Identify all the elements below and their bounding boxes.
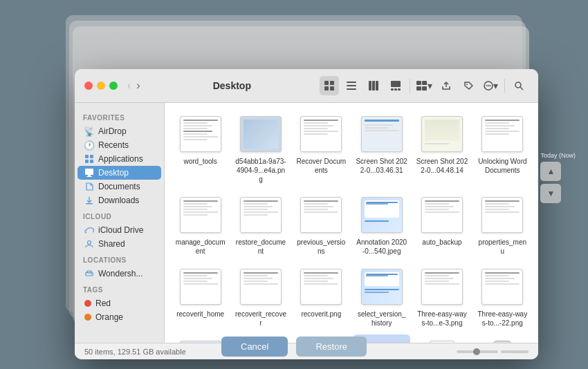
file-thumbnail: [176, 195, 225, 235]
svg-rect-33: [86, 203, 93, 205]
file-item[interactable]: select_version_history: [353, 263, 410, 332]
file-item[interactable]: recoverit.png: [293, 263, 350, 332]
file-item[interactable]: d54abb1a-9a73-4904-9...e4a.png: [232, 110, 289, 188]
sidebar-item-wondershare[interactable]: Wondersh...: [77, 267, 161, 281]
file-item[interactable]: version_history: [172, 334, 229, 343]
file-name: word_tools: [183, 157, 217, 166]
sidebar-section-locations: Locations: [75, 251, 164, 267]
slider-thumb: [473, 348, 480, 355]
file-thumbnail: [418, 195, 466, 235]
svg-rect-32: [86, 176, 92, 177]
file-item[interactable]: Screen Shot 2022-0...03.46.31: [353, 110, 410, 188]
file-item[interactable]: word_tools: [172, 110, 229, 188]
icon-share[interactable]: [437, 76, 456, 95]
cancel-button[interactable]: Cancel: [221, 337, 288, 357]
sidebar-item-icloud[interactable]: iCloud Drive: [77, 223, 161, 237]
file-item[interactable]: version_history_mac: [413, 334, 470, 343]
fullscreen-button[interactable]: [109, 82, 118, 90]
notif-up-button[interactable]: ▲: [540, 162, 561, 181]
svg-rect-16: [416, 86, 421, 91]
file-item[interactable]: Unlocking Word Documents: [474, 110, 531, 188]
zoom-slider[interactable]: [457, 350, 529, 353]
cloud-icon: [84, 225, 94, 235]
file-item[interactable]: Three-easy-ways-to...-22.png: [474, 263, 531, 332]
desktop-icon: [84, 168, 94, 178]
sidebar: Favorites 📡 AirDrop 🕐 Recents: [75, 103, 165, 343]
sidebar-item-downloads[interactable]: Downloads: [77, 193, 161, 207]
file-name: Screen Shot 2022-0...03.46.31: [356, 157, 407, 175]
search-icon[interactable]: [509, 76, 529, 95]
file-thumbnail: [478, 114, 526, 154]
sidebar-item-label: Recents: [98, 140, 129, 150]
file-name: Three-easy-ways-to...-22.png: [477, 310, 529, 328]
nav-back-button[interactable]: ‹: [126, 80, 132, 91]
tag-orange-dot: [84, 314, 91, 321]
file-thumbnail: [358, 195, 406, 235]
notification-widget: Today (Now) ▲ ▼: [540, 152, 576, 203]
close-button[interactable]: [84, 82, 93, 90]
file-item[interactable]: finder_gotofolder: [474, 334, 531, 343]
sidebar-item-recents[interactable]: 🕐 Recents: [77, 138, 161, 152]
notification-label: Today (Now): [540, 152, 576, 159]
file-item[interactable]: manage_document: [172, 191, 229, 260]
restore-button[interactable]: Restore: [296, 337, 367, 357]
file-thumbnail: [176, 267, 225, 307]
grid-icon: [84, 154, 94, 164]
traffic-lights: [84, 82, 118, 90]
file-item[interactable]: Annotation 2020-0...540.jpeg: [353, 191, 410, 260]
file-item[interactable]: Three-easy-ways-to...e-3.png: [413, 263, 470, 332]
svg-rect-0: [324, 81, 329, 85]
svg-point-19: [466, 84, 468, 85]
icon-gallery-view[interactable]: [386, 76, 405, 95]
svg-rect-27: [90, 155, 93, 158]
nav-forward-button[interactable]: ›: [135, 80, 141, 91]
sidebar-item-tag-orange[interactable]: Orange: [77, 310, 161, 324]
airdrop-icon: 📡: [84, 126, 94, 136]
file-item[interactable]: auto_backup: [413, 191, 470, 260]
svg-rect-9: [376, 81, 378, 91]
sidebar-item-tag-red[interactable]: Red: [77, 296, 161, 310]
svg-point-22: [488, 85, 489, 86]
file-name: recoverit_home: [176, 310, 224, 319]
sidebar-item-label: Wondersh...: [98, 269, 143, 278]
sidebar-section-tags: Tags: [75, 281, 164, 296]
toolbar-separator-2: [504, 79, 505, 93]
svg-rect-15: [422, 81, 427, 85]
notif-down-button[interactable]: ▼: [540, 184, 561, 203]
sidebar-item-airdrop[interactable]: 📡 AirDrop: [77, 124, 161, 138]
title-bar: ‹ › Desktop: [75, 69, 538, 103]
slider-track: [457, 350, 498, 353]
sidebar-item-label: Documents: [98, 182, 140, 191]
icon-more[interactable]: ▾: [481, 76, 500, 95]
svg-line-25: [520, 87, 523, 90]
content-area: Favorites 📡 AirDrop 🕐 Recents: [75, 103, 538, 343]
file-item[interactable]: Recover Documents: [293, 110, 350, 188]
download-icon: [84, 196, 94, 205]
icon-grid-view[interactable]: [320, 76, 339, 95]
file-grid: word_tools d54abb1a-9a73-4904-9...e4a.pn…: [165, 103, 538, 343]
file-item[interactable]: restore_document: [232, 191, 289, 260]
file-item[interactable]: previous_versions: [293, 191, 350, 260]
sidebar-item-documents[interactable]: Documents: [77, 180, 161, 193]
slider-end: [501, 350, 529, 353]
icon-list-view[interactable]: [342, 76, 361, 95]
svg-rect-7: [369, 81, 371, 91]
sidebar-item-shared[interactable]: Shared: [77, 237, 161, 251]
file-name: restore_document: [235, 238, 286, 256]
svg-rect-13: [398, 88, 401, 91]
file-name: previous_versions: [295, 238, 347, 256]
file-item[interactable]: recoverit_home: [172, 263, 229, 332]
svg-rect-26: [85, 155, 89, 158]
file-thumbnail: [297, 267, 345, 307]
file-name: Three-easy-ways-to...e-3.png: [416, 310, 468, 328]
icon-tag[interactable]: [459, 76, 478, 95]
minimize-button[interactable]: [97, 82, 105, 90]
icon-column-view[interactable]: [364, 76, 383, 95]
file-item[interactable]: recoverit_recover: [232, 263, 289, 332]
file-item[interactable]: Screen Shot 2022-0...04.48.14: [413, 110, 470, 188]
icon-arrange[interactable]: ▾: [414, 76, 434, 95]
sidebar-item-desktop[interactable]: Desktop: [77, 166, 161, 180]
file-item[interactable]: properties_menu: [474, 191, 531, 260]
bottom-bar: Cancel Restore: [221, 337, 367, 357]
sidebar-item-applications[interactable]: Applications: [77, 152, 161, 166]
